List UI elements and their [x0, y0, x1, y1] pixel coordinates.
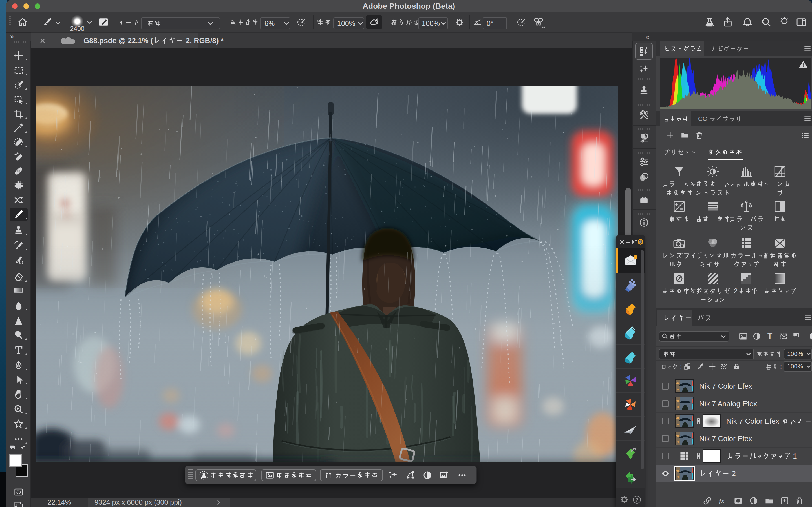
svg-text:fx: fx [719, 497, 724, 504]
